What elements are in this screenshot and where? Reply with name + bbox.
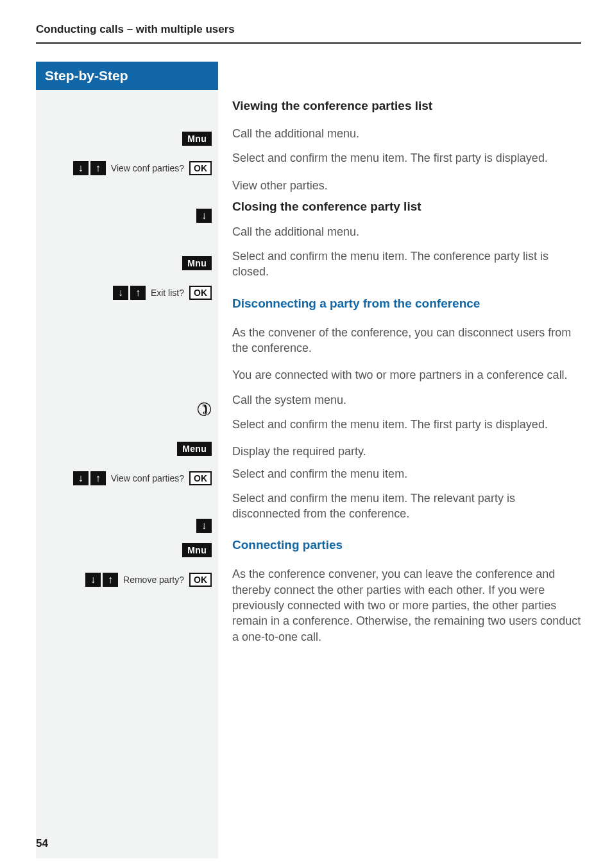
heading-connecting: Connecting parties <box>232 538 581 552</box>
phone-icon: ✆ <box>194 397 215 422</box>
step-phone: ✆ <box>42 399 212 421</box>
body-text: Select and confirm the menu item. The re… <box>232 490 581 522</box>
body-text: Select and confirm the menu item. The fi… <box>232 417 581 432</box>
arrow-up-icon: ↑ <box>90 471 106 485</box>
arrow-up-icon: ↑ <box>103 573 118 587</box>
step-arrow-down: ↓ <box>42 207 212 225</box>
ok-key: OK <box>189 161 212 175</box>
mnu-key: Mnu <box>182 256 212 270</box>
sidebar-title: Step-by-Step <box>36 62 218 90</box>
arrow-down-icon: ↓ <box>113 286 128 300</box>
text-column: Viewing the conference parties list Call… <box>218 90 581 858</box>
body-text: As the conference convener, you can leav… <box>232 566 581 644</box>
ok-key: OK <box>189 286 212 300</box>
nav-arrows: ↓ ↑ <box>85 573 118 587</box>
arrow-down-icon: ↓ <box>73 161 89 175</box>
ok-key: OK <box>189 573 212 587</box>
arrow-up-icon: ↑ <box>90 161 106 175</box>
step-arrow-down-2: ↓ <box>42 517 212 535</box>
body-text: Call the system menu. <box>232 392 581 408</box>
arrow-down-icon: ↓ <box>73 471 89 485</box>
body-text: Call the additional menu. <box>232 224 581 239</box>
mnu-key: Mnu <box>182 543 212 557</box>
nav-arrows: ↓ ↑ <box>73 471 106 485</box>
step-mnu: Mnu <box>42 130 212 148</box>
content-columns: Mnu ↓ ↑ View conf parties? OK ↓ Mnu <box>36 90 581 858</box>
body-text: As the convener of the conference, you c… <box>232 325 581 356</box>
arrow-down-icon: ↓ <box>85 573 101 587</box>
body-text: Select and confirm the menu item. The fi… <box>232 150 581 166</box>
body-text: Select and confirm the menu item. <box>232 466 581 482</box>
step-mnu-2: Mnu <box>42 541 212 559</box>
ok-key: OK <box>189 471 212 485</box>
nav-arrows: ↓ ↑ <box>113 286 146 300</box>
menu-item-label: View conf parties? <box>111 163 184 173</box>
mnu-key: Mnu <box>182 132 212 146</box>
menu-item-label: Remove party? <box>123 575 184 585</box>
body-text: Display the required party. <box>232 444 581 459</box>
section-title: Conducting calls – with multiple users <box>36 23 581 44</box>
body-text: Call the additional menu. <box>232 126 581 141</box>
menu-item-label: Exit list? <box>151 288 184 298</box>
manual-page: Conducting calls – with multiple users S… <box>0 0 612 868</box>
heading-disconnect: Disconnecting a party from the conferenc… <box>232 297 581 311</box>
step-remove-party: ↓ ↑ Remove party? OK <box>42 571 212 589</box>
heading-view-list: Viewing the conference parties list <box>232 99 581 113</box>
heading-close-list: Closing the conference party list <box>232 200 581 214</box>
step-exit-list: ↓ ↑ Exit list? OK <box>42 284 212 302</box>
body-text: You are connected with two or more partn… <box>232 367 581 383</box>
step-mnu: Mnu <box>42 254 212 272</box>
step-view-conf-2: ↓ ↑ View conf parties? OK <box>42 469 212 487</box>
menu-key: Menu <box>177 442 212 456</box>
arrow-down-icon: ↓ <box>196 209 212 223</box>
body-text: Select and confirm the menu item. The co… <box>232 248 581 280</box>
menu-item-label: View conf parties? <box>111 473 184 483</box>
step-view-conf: ↓ ↑ View conf parties? OK <box>42 159 212 177</box>
body-text: View other parties. <box>232 178 581 193</box>
step-column: Mnu ↓ ↑ View conf parties? OK ↓ Mnu <box>36 90 218 858</box>
page-number: 54 <box>36 837 48 850</box>
nav-arrows: ↓ ↑ <box>73 161 106 175</box>
arrow-up-icon: ↑ <box>130 286 146 300</box>
step-menu: Menu <box>42 440 212 458</box>
arrow-down-icon: ↓ <box>196 519 212 533</box>
